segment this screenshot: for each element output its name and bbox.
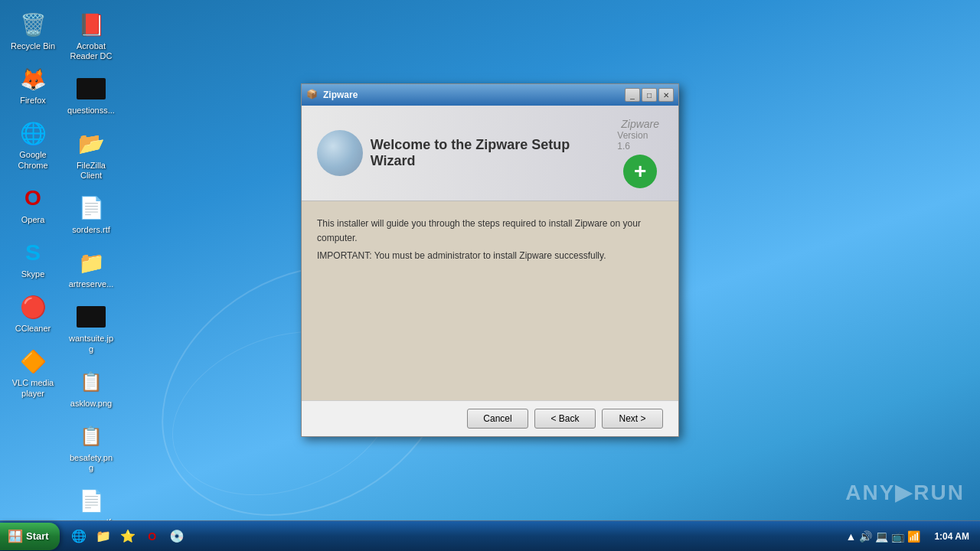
dialog-title-text: Zipware	[323, 90, 358, 100]
dialog-header: Welcome to the Zipware Setup Wizard Zipw…	[302, 106, 678, 201]
back-button[interactable]: < Back	[534, 409, 596, 429]
taskbar-ie-icon[interactable]: 🌐	[69, 527, 89, 546]
dialog-title-left: 📦 Zipware	[306, 89, 358, 101]
maximize-button[interactable]: □	[642, 88, 657, 102]
badge-version: Version 1.6	[617, 130, 663, 152]
next-button[interactable]: Next >	[602, 409, 663, 429]
anyrun-watermark: ANY▶RUN	[845, 480, 965, 505]
close-button[interactable]: ✕	[658, 88, 674, 102]
zipware-dialog: 📦 Zipware _ □ ✕ Welcome to the Zipware S…	[301, 83, 679, 437]
windows-orb-icon: 🪟	[8, 529, 23, 543]
taskbar-right: ▲ 🔊 💻 📺 📶 1:04 AM	[846, 530, 980, 543]
anyrun-label: ANY▶RUN	[845, 480, 965, 505]
taskbar-setup-icon[interactable]: 💿	[167, 527, 187, 546]
tray-arrow-icon[interactable]: ▲	[846, 530, 857, 543]
start-button[interactable]: 🪟 Start	[0, 523, 60, 550]
taskbar-media-icon[interactable]: ⭐	[118, 527, 138, 546]
zipware-badge: Zipware Version 1.6 +	[617, 118, 663, 188]
badge-name: Zipware	[621, 118, 659, 130]
dialog-body: This installer will guide you through th…	[302, 201, 678, 400]
system-clock[interactable]: 1:04 AM	[929, 531, 974, 542]
dialog-footer: Cancel < Back Next >	[302, 400, 678, 436]
globe-decoration	[317, 130, 363, 176]
zipware-plus-icon: +	[623, 155, 657, 188]
dialog-body-line1: This installer will guide you through th…	[317, 217, 663, 246]
tray-network-icon[interactable]: 💻	[875, 530, 888, 543]
dialog-body-line2: IMPORTANT: You must be administrator to …	[317, 249, 663, 263]
system-tray: ▲ 🔊 💻 📺 📶	[846, 530, 921, 543]
clock-time: 1:04 AM	[934, 531, 969, 542]
taskbar: 🪟 Start 🌐 📁 ⭐ O 💿 ▲ 🔊 💻 📺 📶 1:04 AM	[0, 520, 980, 551]
dialog-title-buttons: _ □ ✕	[625, 88, 674, 102]
cancel-button[interactable]: Cancel	[467, 409, 528, 429]
tray-signal-icon[interactable]: 📶	[907, 530, 920, 543]
minimize-button[interactable]: _	[625, 88, 640, 102]
zipware-title-icon: 📦	[306, 89, 318, 101]
dialog-titlebar: 📦 Zipware _ □ ✕	[302, 84, 678, 106]
start-label: Start	[26, 530, 49, 542]
taskbar-explorer-icon[interactable]: 📁	[93, 527, 113, 546]
dialog-header-title: Welcome to the Zipware Setup Wizard	[371, 137, 618, 169]
dialog-overlay: 📦 Zipware _ □ ✕ Welcome to the Zipware S…	[0, 0, 980, 520]
tray-display-icon[interactable]: 📺	[891, 530, 904, 543]
taskbar-quick-launch: 🌐 📁 ⭐ O 💿	[69, 527, 187, 546]
taskbar-opera-taskbar-icon[interactable]: O	[142, 527, 162, 546]
tray-volume-icon[interactable]: 🔊	[859, 530, 872, 543]
